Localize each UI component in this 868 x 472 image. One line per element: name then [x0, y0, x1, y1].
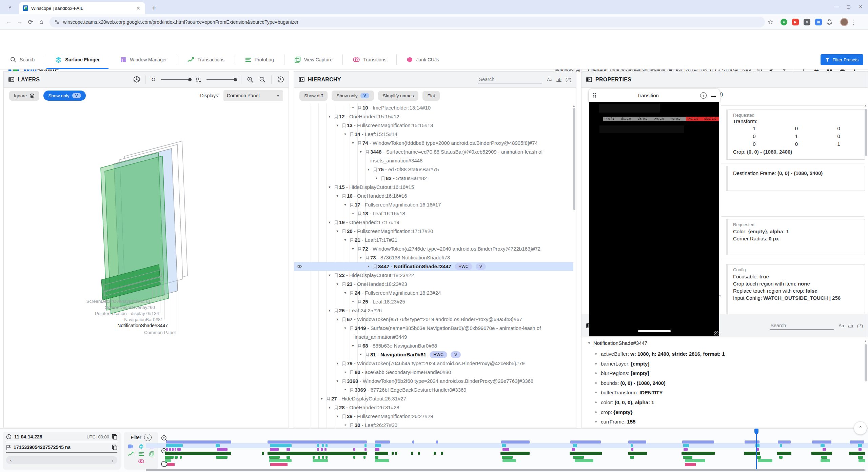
tree-node-68[interactable]: ▼68 - 885b63e NavigationBar0#68: [294, 341, 573, 350]
extension-green-icon[interactable]: ●: [781, 19, 787, 25]
pin-icon[interactable]: [356, 244, 362, 251]
transitions-track-segment[interactable]: [756, 456, 761, 459]
expand-chevron-icon[interactable]: ▼: [326, 306, 333, 315]
viewcapture-track-segment[interactable]: [685, 459, 705, 462]
transactions-track-segment[interactable]: [166, 440, 231, 444]
chip-show-only[interactable]: Show onlyV: [332, 91, 374, 101]
surfaceflinger-track-segment[interactable]: [858, 444, 862, 447]
scroll-up-icon[interactable]: ▲: [864, 339, 867, 343]
tree-node-82[interactable]: •82 - StatusBar#82: [294, 174, 573, 183]
timeline-tracks[interactable]: [0, 429, 868, 472]
transition-preview-window[interactable]: transition i P: 0 / 1dX: 0.0dY: 0.0Xv: 0…: [589, 89, 720, 336]
surfaceflinger-track-segment[interactable]: [375, 444, 381, 447]
windowmanager-track-segment[interactable]: [684, 448, 688, 451]
viewcapture-track-segment[interactable]: [575, 459, 593, 462]
viewcapture-track-segment[interactable]: [859, 459, 865, 462]
layers-3d-canvas[interactable]: ScreenDecorOverlayBottom#61ScreenDecorOv…: [4, 103, 289, 428]
surfaceflinger-track-segment[interactable]: [270, 444, 292, 447]
tree-node-80[interactable]: •80 - ace6abb SecondaryHomeHandle0#80: [294, 368, 573, 377]
tree-node-75[interactable]: ▼75 - ed70f88 StatusBar#75: [294, 165, 573, 174]
regex-icon[interactable]: (.*): [857, 323, 863, 328]
windowmanager-track-segment[interactable]: [823, 448, 826, 451]
expand-chevron-icon[interactable]: ▼: [357, 253, 364, 262]
tab-search-chevron-icon[interactable]: ˅: [5, 3, 14, 12]
windowmanager-track-segment[interactable]: [859, 448, 862, 451]
profile-avatar[interactable]: [840, 18, 848, 26]
pin-icon[interactable]: [356, 103, 362, 110]
tree-node-3448[interactable]: ▼3448 - Surface(name=ed70f88 StatusBar)/…: [294, 148, 573, 165]
protolog-track-segment[interactable]: [411, 452, 413, 455]
property-row-crop[interactable]: crop:{empty}: [595, 409, 632, 415]
scroll-up-icon[interactable]: ▲: [864, 104, 867, 107]
pin-icon[interactable]: [349, 236, 355, 242]
protolog-track-segment[interactable]: [395, 452, 397, 455]
tree-node-30[interactable]: •30 - Leaf:26:27#30: [294, 421, 573, 428]
tab-search[interactable]: Search: [0, 50, 45, 69]
current-root-node[interactable]: ▼NotificationShade#3447: [588, 340, 647, 346]
drag-handle-icon[interactable]: [593, 92, 597, 98]
transitions-track-segment[interactable]: [502, 456, 513, 459]
regex-icon[interactable]: (.*): [566, 77, 571, 82]
property-row-currFrame[interactable]: currFrame:155: [595, 419, 635, 425]
transactions-track-segment[interactable]: [501, 440, 530, 444]
property-row-bufferTransform[interactable]: bufferTransform:IDENTITY: [595, 390, 663, 395]
pin-icon[interactable]: [356, 341, 362, 348]
transitions-track-segment[interactable]: [165, 456, 174, 459]
pin-icon[interactable]: [372, 165, 378, 172]
windowmanager-track-segment[interactable]: [375, 448, 379, 451]
new-tab-button[interactable]: +: [149, 3, 159, 13]
property-row-bounds[interactable]: bounds:(0, 0) - (1080, 2400): [595, 380, 666, 386]
expand-chevron-icon[interactable]: ▼: [334, 280, 341, 289]
timeline-hscrollbar[interactable]: [146, 469, 866, 471]
pin-icon[interactable]: [325, 394, 331, 401]
transitions-track-segment[interactable]: [573, 456, 584, 459]
expand-chevron-icon[interactable]: ▼: [365, 165, 372, 174]
protolog-track-segment[interactable]: [392, 452, 394, 455]
tree-node-25[interactable]: •25 - Leaf:18:23#25: [294, 297, 573, 306]
pin-icon[interactable]: [333, 306, 339, 313]
match-case-icon[interactable]: Aa: [839, 323, 844, 328]
forward-icon[interactable]: →: [14, 17, 25, 27]
viewcapture-track-segment[interactable]: [165, 459, 171, 462]
tree-node-17[interactable]: ▼17 - FullscreenMagnification:16:16#17: [294, 200, 573, 209]
transitions-track-segment[interactable]: [216, 456, 228, 459]
protolog-track-segment[interactable]: [811, 452, 832, 455]
pin-icon[interactable]: [333, 112, 339, 119]
pin-icon[interactable]: [364, 350, 370, 357]
home-icon[interactable]: ⌂: [36, 17, 47, 27]
windowmanager-track-segment[interactable]: [631, 448, 633, 451]
surfaceflinger-track-segment[interactable]: [317, 444, 319, 447]
windowmanager-track-segment[interactable]: [324, 448, 327, 451]
tree-node-81[interactable]: •81 - NavigationBar0#81HWCV: [294, 350, 573, 359]
pin-icon[interactable]: [341, 412, 347, 419]
tree-node-23[interactable]: ▼23 - OneHanded:18:23#23: [294, 280, 573, 289]
transitions-track-segment[interactable]: [318, 456, 320, 459]
tree-node-10[interactable]: •10 - ImePlaceholder:13:14#10: [294, 103, 573, 112]
transitions-track-segment[interactable]: [313, 456, 315, 459]
surfaceflinger-track-segment[interactable]: [821, 444, 825, 447]
transitions-track-segment[interactable]: [287, 456, 290, 459]
pin-icon[interactable]: [349, 200, 355, 207]
chip-flat[interactable]: Flat: [422, 91, 440, 101]
site-settings-icon[interactable]: [54, 19, 60, 25]
windowmanager-track-segment[interactable]: [364, 448, 367, 451]
pin-icon[interactable]: [341, 227, 347, 234]
jank-track-segment[interactable]: [167, 463, 175, 466]
windowmanager-track-segment[interactable]: [270, 448, 279, 451]
surfaceflinger-track-segment[interactable]: [573, 444, 577, 447]
pin-icon[interactable]: [333, 183, 339, 190]
tree-node-73[interactable]: ▼73 - 8736138 NotificationShade#73: [294, 253, 573, 262]
tree-node-24[interactable]: ▼24 - FullscreenMagnification:18:23#24: [294, 289, 573, 297]
tree-node-13[interactable]: ▼13 - FullscreenMagnification:15:15#13: [294, 121, 573, 130]
transitions-track-segment[interactable]: [683, 456, 692, 459]
pin-icon[interactable]: [356, 297, 362, 304]
transactions-track-segment[interactable]: [745, 440, 760, 444]
transactions-track-segment[interactable]: [570, 440, 601, 444]
expand-chevron-icon[interactable]: ▼: [326, 403, 333, 412]
windowmanager-track-segment[interactable]: [287, 448, 290, 451]
url-bar[interactable]: winscope.teams.x20web.corp.google.com/pr…: [50, 17, 765, 27]
protolog-track-segment[interactable]: [500, 452, 530, 455]
extension-blue-icon[interactable]: ▦: [815, 19, 822, 25]
minimize-icon[interactable]: [711, 96, 716, 97]
match-case-icon[interactable]: Aa: [547, 77, 552, 82]
